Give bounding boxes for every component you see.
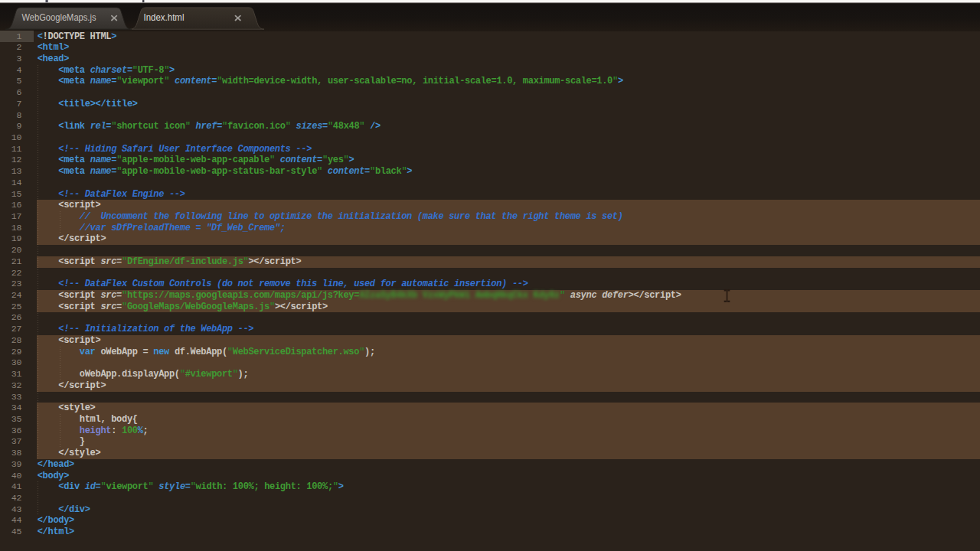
svg-text:WebGoogleMaps.js: WebGoogleMaps.js [22, 12, 96, 23]
svg-text:Index.html: Index.html [144, 12, 185, 23]
